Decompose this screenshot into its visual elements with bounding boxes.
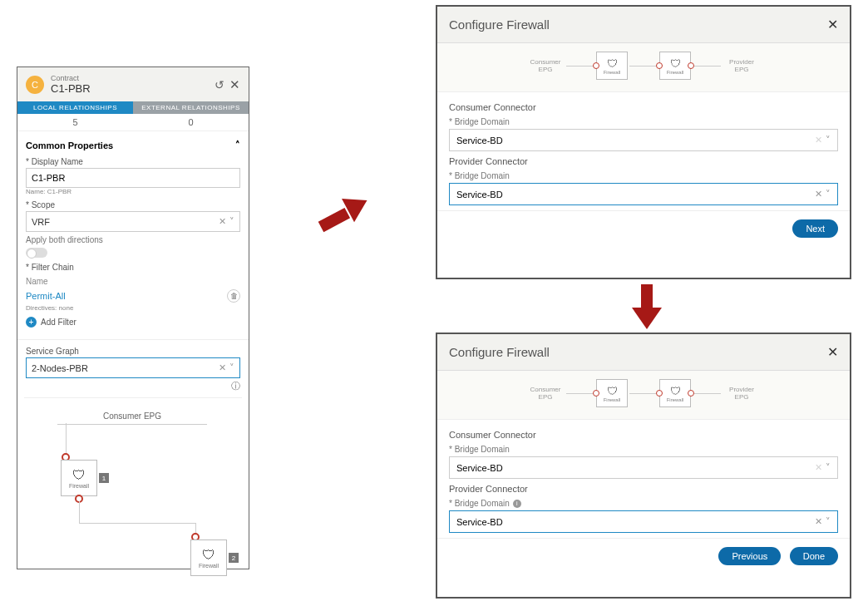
provider-epg-chip: Provider EPG	[721, 58, 762, 73]
consumer-bd-value: Service-BD	[456, 135, 503, 145]
modal-header: Configure Firewall ✕	[437, 7, 850, 43]
select-icons: ✕˅	[815, 189, 831, 200]
bridge-domain-label: * Bridge Domain	[449, 117, 838, 126]
firewall-mini-1: 🛡 Firewall	[596, 379, 628, 407]
connector-dot	[593, 390, 599, 397]
modal-footer: Next	[437, 210, 850, 246]
modal-topology-diagram: Consumer EPG 🛡 Firewall 🛡 Firewall Provi…	[437, 371, 850, 420]
modal-title: Configure Firewall	[449, 345, 550, 359]
clear-icon[interactable]: ✕	[219, 362, 226, 372]
provider-connector-label: Provider Connector	[449, 156, 838, 166]
done-button[interactable]: Done	[790, 547, 838, 565]
service-graph-value: 2-Nodes-PBR	[32, 363, 88, 373]
configure-firewall-modal-step2: Configure Firewall ✕ Consumer EPG 🛡 Fire…	[436, 333, 851, 599]
chevron-down-icon[interactable]: ˅	[826, 516, 831, 526]
contract-properties-panel: C Contract C1-PBR ↺ ✕ LOCAL RELATIONSHIP…	[17, 67, 249, 569]
consumer-bd-value: Service-BD	[456, 463, 503, 473]
clear-icon[interactable]: ✕	[815, 189, 822, 199]
modal-body: Consumer Connector * Bridge Domain Servi…	[437, 92, 850, 210]
shield-icon: 🛡	[670, 57, 681, 70]
close-icon[interactable]: ✕	[229, 77, 240, 92]
configure-firewall-modal-step1: Configure Firewall ✕ Consumer EPG 🛡 Fire…	[436, 5, 851, 279]
clear-icon[interactable]: ✕	[815, 462, 822, 472]
close-icon[interactable]: ✕	[827, 17, 838, 32]
provider-bd-select[interactable]: Service-BD ✕˅	[449, 183, 838, 205]
diagram-line	[566, 66, 594, 67]
diagram-line	[693, 66, 721, 67]
chevron-down-icon[interactable]: ˅	[826, 462, 831, 472]
select-icons: ✕˅	[219, 362, 234, 373]
firewall-mini-label: Firewall	[604, 70, 621, 75]
provider-bd-select[interactable]: Service-BD ✕˅	[449, 510, 838, 533]
firewall-node-1[interactable]: 🛡 Firewall	[61, 460, 97, 496]
select-icons: ✕˅	[815, 462, 831, 473]
delete-filter-icon[interactable]: 🗑	[227, 289, 240, 303]
tab-external-relationships[interactable]: EXTERNAL RELATIONSHIPS	[133, 101, 249, 114]
bridge-domain-label: * Bridge Domaini	[449, 499, 838, 508]
panel-subtitle: Contract	[51, 74, 215, 82]
firewall-mini-1: 🛡 Firewall	[596, 52, 628, 80]
display-name-input[interactable]	[26, 168, 240, 188]
info-icon[interactable]: ⓘ	[17, 378, 249, 394]
info-icon[interactable]: i	[513, 500, 521, 508]
service-graph-select[interactable]: 2-Nodes-PBR ✕˅	[26, 357, 240, 378]
modal-header: Configure Firewall ✕	[437, 334, 850, 371]
filter-chain-label: * Filter Chain	[17, 259, 249, 273]
local-count: 5	[17, 114, 133, 131]
consumer-epg-label: Consumer EPG	[57, 408, 207, 425]
clear-icon[interactable]: ✕	[219, 216, 226, 226]
firewall-mini-label: Firewall	[667, 70, 684, 75]
graph-line	[79, 501, 80, 523]
flow-arrow-right	[316, 190, 374, 239]
chevron-down-icon[interactable]: ˅	[826, 189, 831, 199]
tab-local-relationships[interactable]: LOCAL RELATIONSHIPS	[17, 101, 133, 114]
select-icons: ✕˅	[815, 516, 831, 527]
apply-both-toggle[interactable]	[26, 248, 47, 258]
scope-select[interactable]: VRF ✕˅	[26, 211, 240, 232]
chevron-up-icon: ˄	[235, 140, 240, 150]
add-filter-button[interactable]: + Add Filter	[17, 313, 249, 331]
firewall-mini-2: 🛡 Firewall	[659, 52, 691, 80]
close-icon[interactable]: ✕	[827, 344, 838, 360]
modal-topology-diagram: Consumer EPG 🛡 Firewall 🛡 Firewall Provi…	[437, 43, 850, 92]
consumer-epg-chip: Consumer EPG	[525, 386, 566, 401]
connector-dot	[593, 62, 599, 69]
next-button[interactable]: Next	[792, 219, 838, 238]
diagram-line	[566, 393, 594, 394]
chip-label: Provider	[721, 58, 762, 66]
previous-button[interactable]: Previous	[718, 547, 781, 565]
chip-sublabel: EPG	[721, 66, 762, 73]
clear-icon[interactable]: ✕	[815, 135, 822, 145]
consumer-bd-select[interactable]: Service-BD ✕˅	[449, 129, 838, 151]
chevron-down-icon[interactable]: ˅	[826, 135, 831, 145]
clear-icon[interactable]: ✕	[815, 516, 822, 526]
consumer-connector-label: Consumer Connector	[449, 102, 838, 112]
modal-title: Configure Firewall	[449, 17, 550, 32]
panel-titles: Contract C1-PBR	[51, 74, 215, 95]
directives-line: Directives: none	[17, 304, 249, 313]
firewall-node-2[interactable]: 🛡 Firewall	[190, 539, 227, 576]
firewall-mini-label: Firewall	[667, 397, 684, 402]
select-icons: ✕˅	[815, 135, 831, 145]
consumer-epg-chip: Consumer EPG	[525, 58, 566, 73]
firewall-node-label: Firewall	[199, 563, 219, 569]
firewall-mini-2: 🛡 Firewall	[659, 379, 691, 407]
consumer-bd-select[interactable]: Service-BD ✕˅	[449, 456, 838, 479]
shield-icon: 🛡	[607, 385, 618, 397]
chevron-down-icon[interactable]: ˅	[229, 216, 234, 226]
chip-sublabel: EPG	[721, 393, 762, 401]
panel-title: C1-PBR	[51, 82, 215, 95]
firewall-node-label: Firewall	[69, 483, 89, 489]
bridge-domain-label: * Bridge Domain	[449, 445, 838, 454]
chevron-down-icon[interactable]: ˅	[229, 362, 234, 372]
bridge-domain-label: * Bridge Domain	[449, 171, 838, 180]
history-icon[interactable]: ↺	[215, 78, 224, 91]
common-properties-header[interactable]: Common Properties ˄	[17, 131, 249, 154]
shield-icon: 🛡	[72, 468, 86, 483]
provider-bd-value: Service-BD	[456, 517, 503, 527]
firewall-mini-label: Firewall	[604, 397, 621, 402]
provider-epg-chip: Provider EPG	[721, 386, 762, 401]
plus-icon: +	[26, 317, 37, 328]
filter-row[interactable]: Permit-All 🗑	[17, 288, 249, 304]
relationship-tabs: LOCAL RELATIONSHIPS EXTERNAL RELATIONSHI…	[17, 101, 249, 114]
